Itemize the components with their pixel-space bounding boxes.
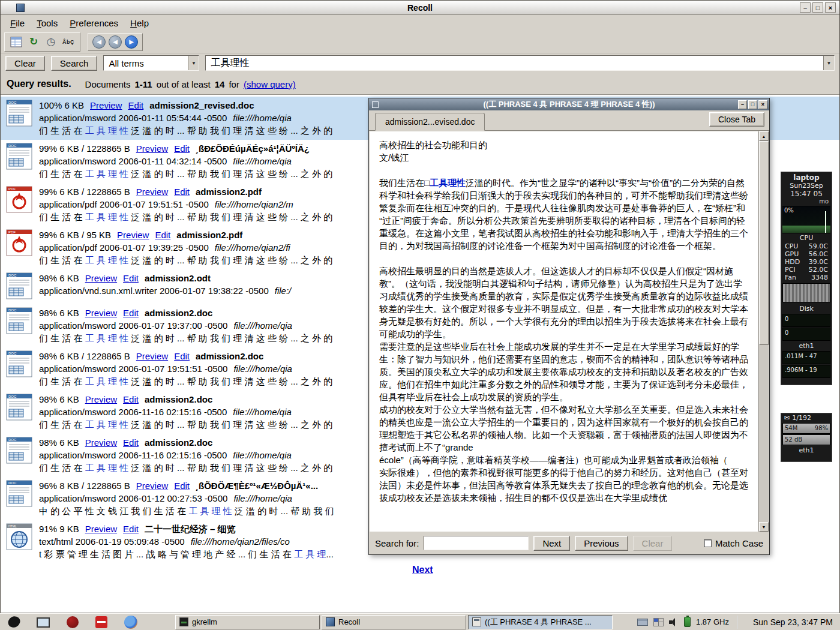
result-title: admission2.doc xyxy=(145,393,212,406)
preview-link[interactable]: Preview xyxy=(85,436,117,449)
menu-preferences[interactable]: Preferences xyxy=(64,16,124,30)
preview-titlebar[interactable]: ((工 PHRASE 4 具 PHRASE 4 理 PHRASE 4 性)) –… xyxy=(369,98,769,110)
search-mode-select[interactable]: All terms ▼ xyxy=(103,55,199,71)
highlighted-term: 工 具 理 性 xyxy=(85,419,129,430)
editor-launcher-icon[interactable] xyxy=(95,616,107,628)
keyboard-layout-icon[interactable] xyxy=(637,619,648,626)
recoll-task-icon xyxy=(326,617,335,626)
chevron-down-icon[interactable]: ▼ xyxy=(188,56,199,70)
pdf-file-icon: PDF xyxy=(4,186,34,213)
previous-page-icon[interactable]: ◀ xyxy=(109,35,122,49)
results-table-icon[interactable] xyxy=(9,35,23,49)
edit-link[interactable]: Edit xyxy=(174,350,190,362)
edit-link[interactable]: Edit xyxy=(174,142,190,155)
edit-link[interactable]: Edit xyxy=(155,229,170,241)
show-query-link[interactable]: (show query) xyxy=(244,79,296,89)
taskbar-clock[interactable]: Sun Sep 23, 3:47 PM xyxy=(746,617,840,627)
window-task-icon xyxy=(472,617,481,626)
next-results-link[interactable]: Next xyxy=(412,565,433,575)
close-button[interactable]: × xyxy=(758,100,767,109)
edit-link[interactable]: Edit xyxy=(123,436,139,449)
result-title: 二十一世纪经济 – 细览 xyxy=(145,523,236,535)
doc-file-icon: DOC xyxy=(4,480,34,507)
next-page-icon[interactable]: ▶ xyxy=(125,35,138,49)
menu-file[interactable]: File xyxy=(4,16,31,30)
result-title: admission2.doc xyxy=(145,307,212,319)
edit-link[interactable]: Edit xyxy=(123,393,139,406)
results-title: Query results. xyxy=(7,79,71,89)
maximize-button[interactable]: □ xyxy=(812,2,823,13)
preview-link[interactable]: Preview xyxy=(85,307,117,319)
close-button[interactable]: × xyxy=(825,2,836,13)
result-mime-date: application/vnd.sun.xml.writer 2006-01-0… xyxy=(39,286,269,296)
find-previous-button[interactable]: Previous xyxy=(575,536,628,551)
doc-file-icon: DOC xyxy=(4,394,34,421)
preview-search-input[interactable] xyxy=(424,536,529,550)
app-launcher-icon[interactable] xyxy=(67,616,79,628)
find-next-button[interactable]: Next xyxy=(533,536,570,551)
terminal-launcher-icon[interactable] xyxy=(37,617,50,628)
search-button[interactable]: Search xyxy=(51,56,98,71)
maximize-button[interactable]: □ xyxy=(748,100,757,109)
edit-link[interactable]: Edit xyxy=(174,479,190,492)
find-clear-button[interactable]: Clear xyxy=(633,536,673,551)
cpu-section-label: CPU xyxy=(781,233,832,242)
edit-link[interactable]: Edit xyxy=(128,99,143,112)
interface-label: eth1 xyxy=(781,446,832,455)
preview-link[interactable]: Preview xyxy=(136,142,168,155)
table-icon xyxy=(10,37,22,47)
task-gkrellm[interactable]: gkrellm xyxy=(175,615,320,629)
preview-window-title: ((工 PHRASE 4 具 PHRASE 4 理 PHRASE 4 性)) xyxy=(369,99,769,110)
result-title: admission2.doc xyxy=(145,436,212,449)
first-page-icon[interactable]: ◀ xyxy=(92,35,106,49)
chevron-down-icon[interactable]: ▼ xyxy=(823,56,834,70)
result-url: file:///home/qian2/files/co xyxy=(191,536,290,547)
term-explorer-icon[interactable]: ÂbÇ xyxy=(61,35,76,49)
clear-button[interactable]: Clear xyxy=(5,56,45,71)
preview-scrollbar[interactable]: ▲ ▼ xyxy=(758,131,769,532)
match-case-checkbox[interactable] xyxy=(704,539,712,547)
preview-tab[interactable]: admission2...evised.doc xyxy=(375,113,485,131)
edit-link[interactable]: Edit xyxy=(123,523,139,535)
scroll-down-icon[interactable]: ▼ xyxy=(759,522,769,532)
scroll-up-icon[interactable]: ▲ xyxy=(759,131,769,141)
task-recoll[interactable]: Recoll xyxy=(322,615,466,629)
firefox-launcher-icon[interactable] xyxy=(124,616,137,629)
preview-paragraph: 实际很难），但他的素养和视野很可能更多的得于他自己的努力和经历。这对他自己（甚至… xyxy=(379,466,750,504)
window-titlebar[interactable]: Recoll – □ × xyxy=(1,1,839,15)
edit-link[interactable]: Edit xyxy=(174,185,190,198)
update-index-icon[interactable]: ↻ xyxy=(26,35,41,49)
launcher-icons xyxy=(0,616,175,629)
workspace-pager-icon[interactable] xyxy=(653,618,664,626)
query-history-icon[interactable]: ◷ xyxy=(44,35,58,49)
menu-help[interactable]: Help xyxy=(124,16,155,30)
gkrellm-monitor-lower: ✉ 1/192 54M 98% 52 dB eth1 xyxy=(781,413,832,462)
svg-text:DOC: DOC xyxy=(8,308,17,312)
edit-link[interactable]: Edit xyxy=(123,307,139,319)
preview-link[interactable]: Preview xyxy=(136,185,168,198)
highlighted-term: 工 具 理 性 xyxy=(85,463,129,473)
preview-link[interactable]: Preview xyxy=(85,393,117,406)
out-of-label: out of at least xyxy=(157,79,211,89)
preview-link[interactable]: Preview xyxy=(90,99,122,112)
pdf-file-icon: PDF xyxy=(4,229,34,256)
minimize-button[interactable]: – xyxy=(800,2,811,13)
query-input[interactable]: 工具理性 ▼ xyxy=(205,55,835,71)
scrollbar-thumb[interactable] xyxy=(759,141,769,345)
preview-link[interactable]: Preview xyxy=(85,272,117,284)
minimize-button[interactable]: – xyxy=(738,100,747,109)
app-launcher-icon[interactable] xyxy=(7,615,22,629)
preview-link[interactable]: Preview xyxy=(136,350,168,362)
menu-tools[interactable]: Tools xyxy=(31,16,64,30)
preview-text: 高校招生的社会功能和目的文/钱江我们生活在□工具理性泛滥的时代。作为“世之显学”… xyxy=(370,131,758,532)
preview-link[interactable]: Preview xyxy=(136,479,168,492)
preview-link[interactable]: Preview xyxy=(117,229,149,241)
preview-link[interactable]: Preview xyxy=(85,523,117,535)
doc-file-icon: DOC xyxy=(4,350,34,377)
edit-link[interactable]: Edit xyxy=(123,272,139,284)
battery-icon[interactable] xyxy=(684,617,691,627)
close-tab-button[interactable]: Close Tab xyxy=(709,112,764,127)
speaker-icon[interactable] xyxy=(669,618,679,626)
disk-section-label: Disk xyxy=(781,304,832,313)
task-preview-window[interactable]: ((工 PHRASE 4 具 PHRASE ... xyxy=(468,615,613,629)
